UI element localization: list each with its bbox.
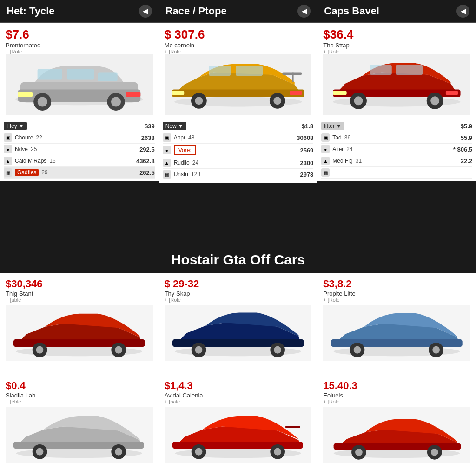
- col3-stat-num-0: 36: [344, 134, 350, 141]
- col3-stat-label-2: Med Fig: [332, 158, 352, 164]
- col2-vore-button[interactable]: Vore:: [174, 145, 196, 155]
- svg-rect-31: [396, 65, 423, 75]
- col3-dropdown[interactable]: litter ▼: [321, 122, 344, 130]
- col3-stat-num-1: 24: [346, 146, 352, 152]
- svg-rect-10: [18, 92, 33, 97]
- column-1: Het: Tycle ◀ $7.6 Pronternated + [Role: [0, 0, 159, 246]
- svg-point-19: [273, 97, 281, 105]
- col1-dropdown-value: $39: [145, 123, 155, 130]
- bottom-row1-col2: $ 29-32 Thy Skap + [Role: [159, 273, 318, 375]
- bottom-row2-col2: $1,4.3 Avidal Calenia + [bale: [159, 375, 318, 476]
- col3-stat-row-1: ● Alier 24 * $06.5: [321, 144, 472, 155]
- col1-dropdown[interactable]: Fley ▼: [4, 122, 27, 130]
- stat-icon-1: ●: [4, 145, 12, 153]
- col2-nav-arrow[interactable]: ◀: [298, 5, 311, 18]
- col2-stat-dropdown-row: Now ▼ $1.8: [163, 120, 314, 132]
- col3-stat-num-2: 31: [356, 158, 362, 164]
- col1-title: Het: Tycle: [7, 5, 55, 17]
- b2c2-img: [165, 407, 312, 463]
- col2-dropdown-value: $1.8: [302, 123, 313, 130]
- col3-stat-icon-0: ▣: [321, 133, 330, 142]
- col3-car-sub: + [Role: [323, 49, 470, 54]
- b2c1-img: [6, 407, 153, 463]
- col3-price: $36.4: [323, 27, 470, 42]
- col2-stat-val-3: 2978: [300, 171, 313, 178]
- svg-rect-15: [292, 73, 293, 82]
- col3-stat-row-2: ▲ Med Fig 31 22.2: [321, 155, 472, 167]
- col2-stat-val-1: 2569: [300, 147, 313, 154]
- col1-stat-row-3: ▦ Gadfies 29 262.5: [4, 167, 155, 178]
- svg-rect-11: [126, 92, 141, 97]
- svg-rect-35: [13, 340, 145, 347]
- col2-car-card: $ 307.6 Me cornein + [Role: [159, 23, 317, 118]
- b2c3-price: 15.40.3: [323, 380, 470, 392]
- svg-rect-60: [285, 426, 300, 428]
- col1-header: Het: Tycle ◀: [0, 0, 159, 23]
- svg-point-62: [195, 448, 202, 456]
- col2-car-image: [165, 54, 312, 115]
- col1-car-sub: + [Role: [6, 49, 153, 54]
- col2-stats: Now ▼ $1.8 ▣ Appr 48 30608 ●: [159, 118, 317, 183]
- col2-stat-num-3: 123: [191, 171, 200, 178]
- col2-car-sub: + [Role: [165, 49, 312, 54]
- svg-rect-30: [370, 65, 392, 75]
- stat-label-2: Cald M'Raps: [15, 158, 46, 164]
- col2-stat-icon-2: ▲: [163, 159, 171, 167]
- col3-dropdown-value: $5.9: [461, 123, 472, 130]
- b2c2-sub: + [bale: [165, 399, 312, 404]
- b1c3-img: [323, 305, 470, 361]
- col3-car-card: $36.4 The Sttap + [Role: [317, 23, 476, 118]
- col3-car-image: [323, 54, 470, 115]
- col1-stat-row-2: ▲ Cald M'Raps 16 4362.8: [4, 155, 155, 167]
- col1-stats: Fley ▼ $39 ▣ Choure 22 2638 ●: [0, 118, 159, 181]
- stat-num-3: 29: [41, 169, 47, 176]
- col1-car-image: [6, 54, 153, 115]
- col3-stat-icon-1: ●: [321, 145, 330, 153]
- svg-point-37: [36, 346, 44, 354]
- col2-stat-icon-1: ●: [163, 146, 171, 154]
- stat-val-2: 4362.8: [136, 158, 155, 165]
- stat-val-3: 262.5: [139, 169, 155, 176]
- col1-nav-arrow[interactable]: ◀: [139, 5, 152, 18]
- col3-title: Caps Bavel: [324, 5, 379, 17]
- svg-rect-32: [333, 91, 347, 95]
- svg-point-70: [431, 449, 438, 456]
- svg-point-57: [115, 448, 122, 456]
- b1c1-sub: + [able: [6, 297, 153, 303]
- svg-rect-41: [172, 340, 304, 347]
- col3-stat-label-0: Tad: [332, 134, 341, 141]
- stat-icon-0: ▣: [4, 133, 12, 142]
- b2c1-name: Sladila Lab: [6, 392, 153, 399]
- col2-stat-row-0: ▣ Appr 48 30608: [163, 132, 314, 144]
- svg-point-6: [111, 97, 121, 106]
- col2-stat-val-2: 2300: [300, 159, 313, 166]
- bottom-row1-col1: $30,346 Thig Stant + [able: [0, 273, 159, 375]
- col2-stat-icon-3: ▦: [163, 170, 171, 178]
- svg-rect-47: [331, 340, 463, 347]
- col3-stat-dropdown-row: litter ▼ $5.9: [321, 120, 472, 132]
- col3-nav-arrow[interactable]: ◀: [456, 5, 469, 18]
- b1c2-name: Thy Skap: [165, 290, 312, 297]
- b1c1-name: Thig Stant: [6, 290, 153, 297]
- mid-banner-text: Hostair Gta Off Cars: [171, 252, 305, 267]
- b1c3-price: $3,8.2: [323, 278, 470, 290]
- col3-stat-icon-3: ▦: [321, 168, 330, 177]
- svg-point-29: [431, 96, 440, 105]
- col2-stat-icon-0: ▣: [163, 133, 171, 142]
- svg-point-68: [355, 449, 363, 456]
- col2-stat-row-3: ▦ Unstu 123 2978: [163, 169, 314, 180]
- col1-price: $7.6: [6, 27, 153, 42]
- col3-stat-row-0: ▣ Tad 36 55.9: [321, 132, 472, 144]
- col3-stats: litter ▼ $5.9 ▣ Tad 36 55.9 ●: [317, 118, 476, 181]
- svg-point-17: [195, 97, 203, 105]
- b1c2-price: $ 29-32: [165, 278, 312, 290]
- b1c2-sub: + [Role: [165, 297, 312, 303]
- svg-rect-8: [67, 69, 94, 79]
- svg-rect-23: [290, 91, 302, 95]
- svg-rect-13: [172, 90, 304, 97]
- col2-stat-num-0: 48: [188, 134, 194, 141]
- svg-point-49: [354, 346, 361, 354]
- b1c3-name: Propite Litte: [323, 290, 470, 297]
- stat-label-3: Gadfies: [15, 169, 39, 176]
- col2-dropdown[interactable]: Now ▼: [163, 122, 186, 130]
